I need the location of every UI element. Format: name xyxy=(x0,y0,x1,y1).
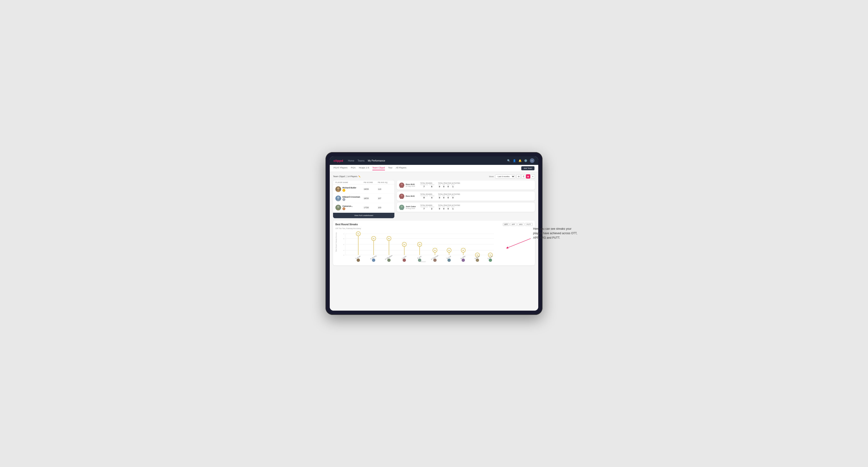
pb-avg-3: 103 xyxy=(378,206,392,209)
svg-text:3x: 3x xyxy=(476,254,478,256)
tournament-3: 7 xyxy=(420,208,428,210)
annotation-text: Here you can see streaks your players ha… xyxy=(533,227,580,240)
practice-1: 6 xyxy=(429,185,434,188)
team-name: Team Clippd xyxy=(333,175,345,178)
team-title: Team Clippd | 14 Players ✏️ xyxy=(333,175,361,178)
avatar-richard xyxy=(335,186,341,192)
period-select[interactable]: Last 3 months Last 6 months Last year xyxy=(495,175,515,179)
navbar: clippd Home Teams My Performance 🔍 👤 🔔 ⚙… xyxy=(330,156,538,165)
svg-text:7x: 7x xyxy=(357,233,359,235)
nav-teams[interactable]: Teams xyxy=(358,158,365,163)
card-avatar-2 xyxy=(399,194,404,199)
svg-point-32 xyxy=(372,258,375,262)
svg-point-57 xyxy=(447,258,451,262)
card-avatar-1 xyxy=(399,183,404,188)
player-info-1: Richard Butler 1 xyxy=(335,186,364,192)
filter-putt[interactable]: PUTT xyxy=(525,223,533,226)
svg-point-27 xyxy=(356,258,360,262)
nav-home[interactable]: Home xyxy=(348,158,354,163)
player-name-3: Cameron... xyxy=(342,205,353,207)
search-icon[interactable]: 🔍 xyxy=(507,159,510,162)
player-count: 14 Players xyxy=(347,175,357,178)
player-name-1: Richard Butler xyxy=(342,187,356,189)
streaks-title: Best Round Streaks xyxy=(335,223,358,226)
card-avatar-3 xyxy=(399,205,404,210)
leaderboard-card: PLAYER NAME PB SCORE PB AVG SQ Richard B… xyxy=(333,181,394,218)
rank-badge-1: 1 xyxy=(342,189,345,192)
bell-icon[interactable]: 🔔 xyxy=(519,159,522,162)
annotation-arrow xyxy=(505,236,533,250)
svg-point-6 xyxy=(401,184,403,185)
user-avatar[interactable]: U xyxy=(530,158,534,163)
filter-app[interactable]: APP xyxy=(510,223,517,226)
svg-text:Players: Players xyxy=(420,261,426,262)
rank-badge-2: 2 xyxy=(342,198,345,201)
streaks-chart-svg: 7 6 5 4 3 7x E. Ewert xyxy=(338,231,533,262)
settings-icon[interactable]: ⚙️ xyxy=(524,159,527,162)
sub-nav: PGAT Players PGA Hcaps 1-5 Team Clippd T… xyxy=(330,165,538,172)
svg-point-0 xyxy=(337,187,339,190)
col-pb-score: PB SCORE xyxy=(364,182,378,183)
app-1: 0 xyxy=(442,185,445,188)
tournament-2: 8 xyxy=(420,196,428,199)
svg-point-4 xyxy=(337,206,339,208)
card-view-btn[interactable]: ▦ xyxy=(526,174,530,179)
arg-3: 0 xyxy=(446,208,450,210)
streaks-subtitle: Off The Tee, Fairway Accuracy xyxy=(335,227,533,229)
tablet-frame: clippd Home Teams My Performance 🔍 👤 🔔 ⚙… xyxy=(326,152,542,315)
svg-point-67 xyxy=(476,258,479,262)
ott-1: 0 xyxy=(438,185,441,188)
svg-point-2 xyxy=(337,196,339,199)
list-view-btn[interactable]: ☰ xyxy=(521,174,526,179)
filter-buttons: OTT APP ARG PUTT xyxy=(503,223,533,226)
col-pb-avg-sq: PB AVG SQ xyxy=(378,182,392,183)
svg-text:5: 5 xyxy=(343,244,344,245)
tab-team-clippd[interactable]: Team Clippd xyxy=(372,166,385,170)
tab-pga[interactable]: PGA xyxy=(351,166,355,170)
svg-text:4x: 4x xyxy=(434,250,436,251)
table-view-btn[interactable]: ≡ xyxy=(531,174,535,179)
svg-point-11 xyxy=(400,208,403,210)
tab-all-players[interactable]: All Players xyxy=(396,166,406,170)
tournament-1: 7 xyxy=(420,185,428,188)
user-icon[interactable]: 👤 xyxy=(513,159,516,162)
filter-arg[interactable]: ARG xyxy=(518,223,524,226)
practice-2: 4 xyxy=(429,196,434,199)
svg-text:3x: 3x xyxy=(489,254,491,256)
nav-icons: 🔍 👤 🔔 ⚙️ U xyxy=(507,158,534,163)
edit-icon[interactable]: ✏️ xyxy=(358,176,361,178)
arg-2: 0 xyxy=(446,196,450,199)
practice-3: 2 xyxy=(429,208,434,210)
two-col-layout: PLAYER NAME PB SCORE PB AVG SQ Richard B… xyxy=(333,181,535,218)
table-row: Edward Crossman 2 18/20 107 xyxy=(333,194,394,203)
svg-point-9 xyxy=(400,197,403,199)
card-name-1: Rees Britt xyxy=(406,183,415,185)
activities-label-1: Total Practice Activities xyxy=(438,182,460,184)
app-2: 0 xyxy=(442,196,445,199)
rounds-label-1: Total Rounds xyxy=(420,182,434,184)
view-leaderboard-button[interactable]: View Full Leaderboard xyxy=(333,213,394,218)
svg-point-10 xyxy=(401,206,403,208)
svg-point-62 xyxy=(462,258,465,262)
player-info-2: Edward Crossman 2 xyxy=(335,195,364,201)
team-header: Team Clippd | 14 Players ✏️ Show Last 3 … xyxy=(333,174,535,179)
avatar-edward xyxy=(335,195,341,201)
grid-view-btn[interactable]: ⊞ xyxy=(517,174,521,179)
pb-score-3: 17/20 xyxy=(364,206,378,209)
add-team-button[interactable]: Add Team xyxy=(521,166,534,170)
nav-my-performance[interactable]: My Performance xyxy=(368,158,385,163)
app-logo: clippd xyxy=(334,159,343,162)
show-controls: Show Last 3 months Last 6 months Last ye… xyxy=(489,174,535,179)
svg-text:7: 7 xyxy=(343,233,344,235)
tab-hcaps[interactable]: Hcaps 1-5 xyxy=(359,166,369,170)
player-name-2: Edward Crossman xyxy=(342,196,360,198)
svg-point-5 xyxy=(336,209,340,210)
tab-tour[interactable]: Tour xyxy=(388,166,393,170)
pb-avg-2: 107 xyxy=(378,197,392,199)
ott-2: 0 xyxy=(438,196,441,199)
tab-pgat-players[interactable]: PGAT Players xyxy=(334,166,347,170)
filter-ott[interactable]: OTT xyxy=(503,223,509,226)
putt-2: 0 xyxy=(451,196,455,199)
svg-text:5x: 5x xyxy=(403,244,405,245)
svg-point-72 xyxy=(489,258,492,262)
